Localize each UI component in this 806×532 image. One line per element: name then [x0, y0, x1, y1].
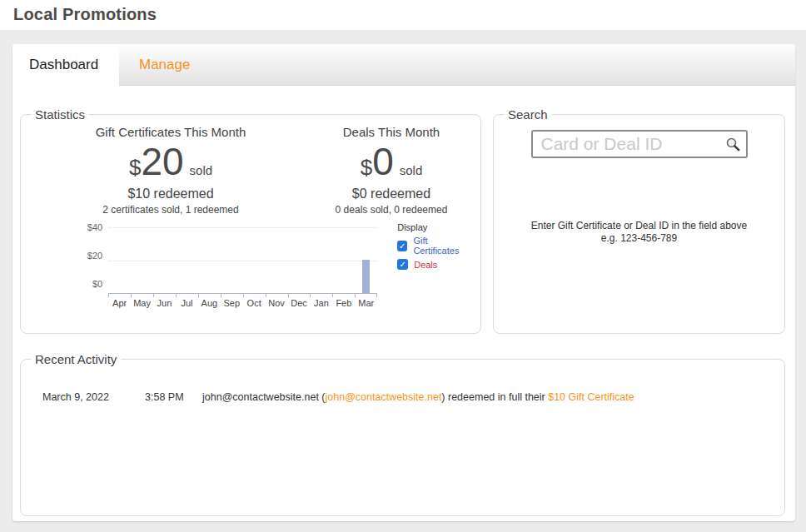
axis-tick	[310, 294, 311, 297]
search-helper-line1: Enter Gift Certificate or Deal ID in the…	[502, 220, 776, 232]
gift-currency: $	[129, 155, 141, 181]
deals-redeemed: $0 redeemed	[312, 186, 470, 201]
x-axis-label-sep: Sep	[221, 298, 243, 308]
deals-sold-label: sold	[400, 163, 423, 177]
x-axis-label-dec: Dec	[288, 298, 311, 308]
activity-text: ) redeemed in full their	[441, 391, 548, 403]
main-card: DashboardManage Statistics Gift Certific…	[12, 44, 795, 521]
axis-tick	[198, 294, 199, 297]
gift-certificates-stats: Gift Certificates This Month $20sold $10…	[29, 125, 312, 216]
gridline-$20	[108, 261, 377, 261]
deals-detail: 0 deals sold, 0 redeemed	[312, 204, 470, 216]
x-axis-label-apr: Apr	[108, 298, 131, 308]
display-item-label: Gift Certificates	[413, 236, 472, 256]
y-axis-label: $0	[77, 279, 102, 289]
search-input[interactable]	[531, 130, 748, 158]
axis-tick	[332, 294, 333, 297]
chart-x-axis-labels: AprMayJunJulAugSepOctNovDecJanFebMar	[108, 298, 377, 308]
recent-activity-legend: Recent Activity	[31, 352, 121, 366]
y-axis-label: $20	[77, 251, 102, 261]
search-helper-text: Enter Gift Certificate or Deal ID in the…	[502, 220, 776, 245]
y-axis-label: $40	[77, 222, 102, 232]
search-icon[interactable]	[725, 137, 741, 156]
deals-sold-amount: $0sold	[312, 144, 470, 181]
x-axis-label-mar: Mar	[355, 298, 377, 308]
gift-sold-amount: $20sold	[29, 144, 312, 181]
gift-sold-label: sold	[190, 163, 213, 177]
chart-bar-mar	[362, 260, 370, 293]
recent-activity-panel: Recent Activity March 9, 20223:58 PMjohn…	[20, 352, 785, 516]
deals-stats: Deals This Month $0sold $0 redeemed 0 de…	[312, 125, 470, 216]
activity-time: 3:58 PM	[145, 391, 202, 403]
display-item-label: Deals	[414, 260, 437, 270]
deals-currency: $	[361, 155, 372, 181]
gift-amount: 20	[141, 144, 183, 181]
gridline-$40	[108, 227, 377, 228]
axis-tick	[355, 294, 356, 297]
activity-description: john@contactwebsite.net (john@contactweb…	[202, 391, 776, 403]
axis-tick	[221, 294, 221, 297]
axis-tick	[108, 294, 109, 297]
deals-stats-title: Deals This Month	[312, 125, 470, 139]
x-axis-label-oct: Oct	[243, 298, 266, 308]
axis-tick	[131, 294, 132, 297]
page-background: DashboardManage Statistics Gift Certific…	[0, 30, 806, 532]
display-items: ✓Gift Certificates✓Deals	[397, 236, 472, 270]
search-panel: Search Enter Gift Certificate or Deal ID…	[493, 107, 785, 334]
x-axis-label-aug: Aug	[198, 298, 221, 308]
recent-activity-rows: March 9, 20223:58 PMjohn@contactwebsite.…	[29, 391, 776, 403]
card-body: Statistics Gift Certificates This Month …	[12, 86, 795, 516]
tab-bar: DashboardManage	[12, 44, 795, 86]
display-label: Display	[397, 222, 472, 232]
chart-y-axis-labels: $40$20$0	[77, 222, 102, 289]
page-title: Local Promotions	[0, 0, 806, 24]
search-helper-line2: e.g. 123-456-789	[502, 232, 776, 245]
axis-tick	[176, 294, 177, 297]
app-header: Local Promotions	[0, 0, 806, 30]
axis-tick	[243, 294, 244, 297]
activity-text: john@contactwebsite.net (	[202, 391, 326, 403]
x-axis-label-nov: Nov	[266, 298, 288, 308]
checkbox-icon[interactable]: ✓	[397, 241, 407, 251]
axis-tick	[376, 294, 377, 297]
activity-link[interactable]: $10 Gift Certificate	[548, 391, 634, 403]
monthly-sales-chart: $40$20$0 AprMayJunJulAugSepOctNovDecJanF…	[77, 227, 472, 308]
x-axis-label-feb: Feb	[332, 298, 355, 308]
search-legend: Search	[504, 107, 552, 122]
activity-date: March 9, 2022	[42, 391, 145, 403]
axis-tick	[288, 294, 289, 297]
gift-detail: 2 certificates sold, 1 redeemed	[29, 204, 312, 216]
tab-dashboard[interactable]: Dashboard	[12, 44, 119, 86]
x-axis-label-jun: Jun	[153, 298, 176, 308]
checkbox-icon[interactable]: ✓	[397, 259, 408, 270]
x-axis-label-jan: Jan	[310, 298, 332, 308]
x-axis-label-may: May	[131, 298, 153, 308]
statistics-legend: Statistics	[31, 107, 89, 122]
x-axis-label-jul: Jul	[176, 298, 198, 308]
activity-link[interactable]: john@contactwebsite.net	[326, 391, 442, 403]
statistics-panel: Statistics Gift Certificates This Month …	[20, 107, 481, 334]
chart-plot	[108, 227, 377, 294]
display-toggle-deals[interactable]: ✓Deals	[397, 259, 472, 270]
gift-redeemed: $10 redeemed	[29, 186, 312, 201]
deals-amount: 0	[372, 144, 394, 181]
tab-manage[interactable]: Manage	[119, 44, 210, 85]
chart-display-legend: Display ✓Gift Certificates✓Deals	[397, 222, 472, 308]
gift-stats-title: Gift Certificates This Month	[29, 125, 312, 139]
axis-tick	[266, 294, 266, 297]
activity-row: March 9, 20223:58 PMjohn@contactwebsite.…	[42, 391, 776, 403]
search-box	[531, 130, 748, 158]
display-toggle-gift-certificates[interactable]: ✓Gift Certificates	[397, 236, 472, 256]
axis-tick	[153, 294, 154, 297]
